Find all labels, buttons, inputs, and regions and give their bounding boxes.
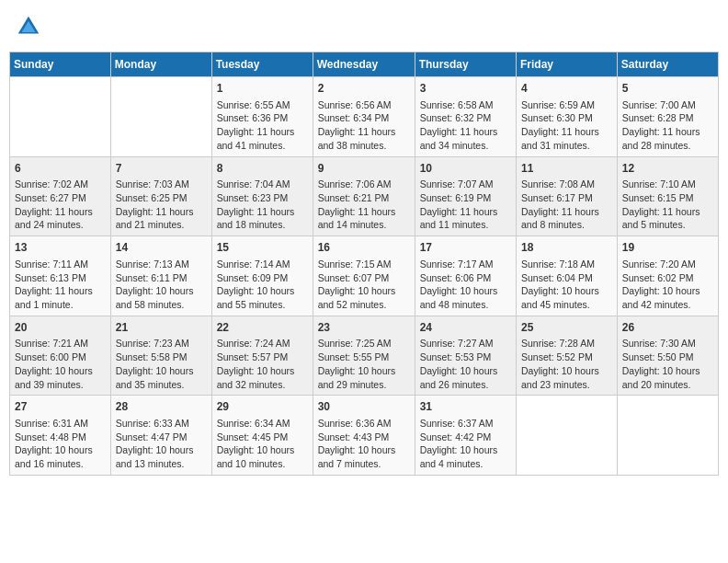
- day-info-line: Daylight: 11 hours and 18 minutes.: [217, 205, 308, 232]
- day-info-line: Sunrise: 7:13 AM: [116, 258, 207, 271]
- day-info-line: Sunrise: 7:20 AM: [622, 258, 713, 271]
- column-header-saturday: Saturday: [617, 52, 718, 77]
- day-info-line: Daylight: 10 hours and 16 minutes.: [15, 443, 106, 470]
- day-info-line: Sunset: 6:09 PM: [217, 271, 308, 285]
- day-info-line: Sunset: 4:43 PM: [318, 431, 410, 444]
- day-info-line: Sunset: 6:07 PM: [318, 271, 410, 285]
- day-info-line: Sunrise: 6:37 AM: [420, 417, 511, 431]
- day-info-line: Daylight: 10 hours and 42 minutes.: [622, 284, 713, 311]
- day-info-line: Daylight: 11 hours and 38 minutes.: [318, 125, 410, 152]
- day-info-line: Daylight: 10 hours and 32 minutes.: [217, 364, 308, 391]
- calendar-cell: 27Sunrise: 6:31 AMSunset: 4:48 PMDayligh…: [10, 396, 111, 476]
- calendar-table: SundayMondayTuesdayWednesdayThursdayFrid…: [9, 52, 719, 476]
- calendar-week-row: 27Sunrise: 6:31 AMSunset: 4:48 PMDayligh…: [10, 396, 719, 476]
- column-header-friday: Friday: [517, 52, 618, 77]
- day-info-line: Sunrise: 7:24 AM: [217, 337, 308, 350]
- day-number: 22: [217, 320, 308, 336]
- day-info-line: Sunset: 5:57 PM: [217, 350, 308, 364]
- day-info-line: Sunrise: 7:03 AM: [116, 178, 207, 191]
- calendar-cell: 25Sunrise: 7:28 AMSunset: 5:52 PMDayligh…: [517, 316, 618, 396]
- day-number: 26: [622, 320, 713, 336]
- day-number: 14: [116, 240, 207, 256]
- calendar-cell: 23Sunrise: 7:25 AMSunset: 5:55 PMDayligh…: [313, 316, 415, 396]
- day-info-line: Sunrise: 7:21 AM: [15, 337, 106, 350]
- day-info-line: Sunset: 6:06 PM: [420, 271, 511, 285]
- day-info-line: Sunset: 6:34 PM: [318, 111, 410, 125]
- day-info-line: Sunrise: 6:36 AM: [318, 417, 410, 431]
- day-info-line: Daylight: 11 hours and 5 minutes.: [622, 205, 713, 232]
- day-info-line: Daylight: 11 hours and 28 minutes.: [622, 125, 713, 152]
- calendar-week-row: 6Sunrise: 7:02 AMSunset: 6:27 PMDaylight…: [10, 156, 719, 236]
- day-info-line: Sunset: 6:15 PM: [622, 191, 713, 205]
- day-info-line: Sunrise: 7:11 AM: [15, 258, 106, 271]
- day-number: 20: [15, 320, 106, 336]
- column-header-wednesday: Wednesday: [313, 52, 415, 77]
- day-info-line: Sunrise: 6:56 AM: [318, 98, 410, 112]
- day-number: 17: [420, 240, 511, 256]
- day-number: 9: [318, 161, 410, 177]
- day-info-line: Daylight: 11 hours and 21 minutes.: [116, 205, 207, 232]
- day-info-line: Daylight: 11 hours and 14 minutes.: [318, 205, 410, 232]
- day-number: 31: [420, 399, 511, 415]
- day-info-line: Daylight: 10 hours and 29 minutes.: [318, 364, 410, 391]
- day-number: 16: [318, 240, 410, 256]
- day-number: 27: [15, 399, 106, 415]
- day-info-line: Sunset: 6:13 PM: [15, 271, 106, 285]
- day-info-line: Sunrise: 7:23 AM: [116, 337, 207, 350]
- day-info-line: Sunset: 5:50 PM: [622, 350, 713, 364]
- column-header-thursday: Thursday: [415, 52, 516, 77]
- day-info-line: Daylight: 10 hours and 4 minutes.: [420, 443, 511, 470]
- day-info-line: Sunset: 6:23 PM: [217, 191, 308, 205]
- calendar-header-row: SundayMondayTuesdayWednesdayThursdayFrid…: [10, 52, 719, 77]
- day-number: 21: [116, 320, 207, 336]
- day-info-line: Sunset: 6:28 PM: [622, 111, 713, 125]
- day-info-line: Daylight: 11 hours and 41 minutes.: [217, 125, 308, 152]
- day-info-line: Sunset: 4:47 PM: [116, 431, 207, 444]
- day-info-line: Sunrise: 7:15 AM: [318, 258, 410, 271]
- calendar-cell: 26Sunrise: 7:30 AMSunset: 5:50 PMDayligh…: [617, 316, 718, 396]
- calendar-cell: 21Sunrise: 7:23 AMSunset: 5:58 PMDayligh…: [110, 316, 211, 396]
- calendar-cell: 2Sunrise: 6:56 AMSunset: 6:34 PMDaylight…: [313, 77, 415, 157]
- day-info-line: Sunset: 5:58 PM: [116, 350, 207, 364]
- day-info-line: Sunset: 6:30 PM: [521, 111, 612, 125]
- calendar-cell: [110, 77, 211, 157]
- day-info-line: Sunrise: 7:07 AM: [420, 178, 511, 191]
- day-info-line: Sunset: 6:25 PM: [116, 191, 207, 205]
- day-info-line: Daylight: 10 hours and 35 minutes.: [116, 364, 207, 391]
- day-info-line: Daylight: 10 hours and 10 minutes.: [217, 443, 308, 470]
- day-number: 29: [217, 399, 308, 415]
- day-info-line: Sunset: 5:53 PM: [420, 350, 511, 364]
- calendar-cell: 12Sunrise: 7:10 AMSunset: 6:15 PMDayligh…: [617, 156, 718, 236]
- day-info-line: Sunrise: 6:33 AM: [116, 417, 207, 431]
- day-info-line: Sunrise: 7:14 AM: [217, 258, 308, 271]
- calendar-cell: 19Sunrise: 7:20 AMSunset: 6:02 PMDayligh…: [617, 236, 718, 316]
- day-info-line: Sunset: 6:32 PM: [420, 111, 511, 125]
- day-number: 28: [116, 399, 207, 415]
- day-info-line: Sunset: 6:17 PM: [521, 191, 612, 205]
- day-info-line: Daylight: 10 hours and 7 minutes.: [318, 443, 410, 470]
- day-info-line: Sunrise: 7:30 AM: [622, 337, 713, 350]
- calendar-cell: 5Sunrise: 7:00 AMSunset: 6:28 PMDaylight…: [617, 77, 718, 157]
- logo: [15, 13, 44, 40]
- calendar-cell: 14Sunrise: 7:13 AMSunset: 6:11 PMDayligh…: [110, 236, 211, 316]
- day-info-line: Sunset: 4:42 PM: [420, 431, 511, 444]
- calendar-cell: 3Sunrise: 6:58 AMSunset: 6:32 PMDaylight…: [415, 77, 516, 157]
- calendar-week-row: 20Sunrise: 7:21 AMSunset: 6:00 PMDayligh…: [10, 316, 719, 396]
- calendar-cell: [517, 396, 618, 476]
- day-number: 8: [217, 161, 308, 177]
- day-info-line: Daylight: 10 hours and 39 minutes.: [15, 364, 106, 391]
- day-info-line: Sunset: 6:02 PM: [622, 271, 713, 285]
- day-number: 1: [217, 81, 308, 97]
- calendar-cell: 10Sunrise: 7:07 AMSunset: 6:19 PMDayligh…: [415, 156, 516, 236]
- calendar-cell: 24Sunrise: 7:27 AMSunset: 5:53 PMDayligh…: [415, 316, 516, 396]
- day-info-line: Daylight: 11 hours and 34 minutes.: [420, 125, 511, 152]
- day-info-line: Sunrise: 7:27 AM: [420, 337, 511, 350]
- day-info-line: Sunset: 6:27 PM: [15, 191, 106, 205]
- calendar-cell: 17Sunrise: 7:17 AMSunset: 6:06 PMDayligh…: [415, 236, 516, 316]
- day-info-line: Sunrise: 7:28 AM: [521, 337, 612, 350]
- day-info-line: Sunset: 6:04 PM: [521, 271, 612, 285]
- day-number: 25: [521, 320, 612, 336]
- calendar-cell: 18Sunrise: 7:18 AMSunset: 6:04 PMDayligh…: [517, 236, 618, 316]
- calendar-cell: 28Sunrise: 6:33 AMSunset: 4:47 PMDayligh…: [110, 396, 211, 476]
- day-info-line: Sunset: 6:00 PM: [15, 350, 106, 364]
